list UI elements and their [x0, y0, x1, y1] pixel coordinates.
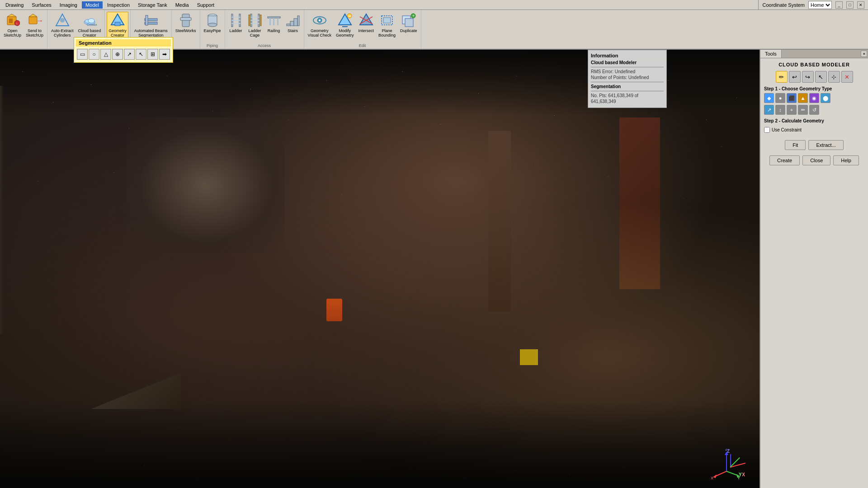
svg-rect-20	[180, 18, 191, 20]
svg-rect-55	[383, 18, 391, 23]
num-points-value: Undefined	[628, 75, 649, 80]
seg-pts-label: No. Pts:	[591, 93, 608, 98]
intersect-button[interactable]: Intersect	[356, 12, 376, 34]
fit-button[interactable]: Fit	[785, 140, 806, 150]
menu-bar: Drawing Surfaces Imaging Model Inspectio…	[0, 0, 868, 10]
3d-viewport[interactable]: Information Cloud based Modeler RMS Erro…	[0, 50, 760, 488]
svg-rect-43	[297, 16, 299, 26]
open-sketchup-button[interactable]: ↑ OpenSketchUp	[2, 12, 23, 39]
geom-box-btn[interactable]: ⬛	[787, 93, 797, 103]
menu-media[interactable]: Media	[172, 1, 193, 9]
send-to-sketchup-button[interactable]: → Send toSketchUp	[24, 12, 45, 39]
svg-rect-27	[231, 20, 241, 21]
svg-rect-57	[405, 19, 413, 27]
seg-tool-brush[interactable]: ⊕	[112, 49, 123, 60]
coord-btn-restore[interactable]: □	[846, 1, 854, 9]
geom-diamond-btn[interactable]: ◆	[764, 93, 774, 103]
seg-pts-total: 641,638,349	[591, 99, 616, 104]
close-button[interactable]: Close	[802, 155, 830, 165]
open-sketchup-label: OpenSketchUp	[4, 28, 21, 38]
geom-sphere-btn[interactable]: ●	[775, 93, 785, 103]
svg-rect-37	[269, 18, 271, 25]
x-axis-label: X	[742, 472, 745, 477]
seg-tool-grid[interactable]: ⊞	[147, 49, 158, 60]
geom-arrow-diag-btn[interactable]: ↗	[764, 105, 774, 115]
easypipe-button[interactable]: EasyPipe	[202, 12, 223, 34]
ribbon-buttons-piping: EasyPipe	[202, 12, 223, 42]
panel-tabs: Tools ✕	[760, 50, 868, 58]
info-divider-2	[591, 82, 664, 82]
seg-tool-next[interactable]: ➡	[159, 49, 170, 60]
ribbon-buttons-access: Ladder LadderCage	[227, 12, 302, 42]
ribbon-buttons-open: ↑ OpenSketchUp → Send toSketchUp	[2, 12, 45, 48]
auto-extract-button[interactable]: Auto-ExtractCylinders	[49, 12, 75, 39]
ribbon-group-steelworks: SteelWorks	[172, 10, 200, 49]
menu-inspection[interactable]: Inspection	[104, 1, 133, 9]
edit-group-label: Edit	[359, 42, 366, 48]
stairs-button[interactable]: Stairs	[284, 12, 302, 34]
svg-point-12	[88, 19, 94, 23]
automated-beams-button[interactable]: Automated BeamsSegmentation	[132, 12, 170, 39]
seg-tool-arrow-right[interactable]: ↗	[124, 49, 135, 60]
ribbon-buttons-edit: GeometryVisual Check ✏ ModifyGeometry	[306, 12, 419, 42]
railing-button[interactable]: Railing	[265, 12, 283, 34]
coord-btn-close[interactable]: ✕	[857, 1, 864, 9]
menu-imaging[interactable]: Imaging	[56, 1, 81, 9]
coord-btn-minimize[interactable]: _	[835, 1, 843, 9]
tool-pencil[interactable]: ✏	[776, 71, 788, 83]
svg-marker-1	[7, 14, 16, 17]
geom-torus-btn[interactable]: ◉	[809, 93, 819, 103]
duplicate-button[interactable]: + Duplicate	[398, 12, 419, 34]
geom-pen-btn[interactable]: ✏	[798, 105, 808, 115]
menu-surfaces[interactable]: Surfaces	[28, 1, 55, 9]
ladder-label: Ladder	[230, 28, 242, 33]
step1-label: Step 1 - Choose Geometry Type	[764, 86, 864, 91]
ladder-cage-button[interactable]: LadderCage	[246, 12, 264, 39]
help-button[interactable]: Help	[833, 155, 859, 165]
num-points-row: Number of Points: Undefined	[591, 75, 664, 80]
use-constraint-label: Use Constraint	[772, 127, 802, 132]
coord-system-label: Coordinate System	[762, 2, 805, 8]
geom-rotate-btn[interactable]: ↺	[809, 105, 819, 115]
use-constraint-checkbox[interactable]	[764, 127, 770, 133]
menu-support[interactable]: Support	[193, 1, 218, 9]
coord-system-select[interactable]: Home	[808, 1, 832, 9]
seg-tool-polygon[interactable]: △	[100, 49, 111, 60]
seg-tool-rect[interactable]: ▭	[77, 49, 88, 60]
steelworks-button[interactable]: SteelWorks	[174, 12, 198, 34]
panel-tab-tools[interactable]: Tools	[760, 50, 782, 58]
svg-text:Creator: Creator	[87, 23, 97, 26]
modify-geometry-button[interactable]: ✏ ModifyGeometry	[334, 12, 356, 39]
create-button[interactable]: Create	[769, 155, 800, 165]
tool-undo[interactable]: ↩	[789, 71, 801, 83]
menu-model[interactable]: Model	[82, 1, 103, 9]
cloud-based-button[interactable]: Creator Cloud basedCreator	[76, 12, 103, 39]
stairs-label: Stairs	[288, 28, 298, 33]
create-close-help-row: Create Close Help	[764, 154, 864, 169]
geom-triangle-btn[interactable]: ▲	[798, 93, 808, 103]
rms-error-label: RMS Error:	[591, 69, 615, 74]
cloud-based-label: Cloud basedCreator	[78, 28, 101, 38]
seg-tool-arrow-left[interactable]: ↖	[136, 49, 146, 60]
menu-storage-tank[interactable]: Storage Tank	[134, 1, 171, 9]
tool-select[interactable]: ⊹	[828, 71, 840, 83]
tool-cursor[interactable]: ↖	[815, 71, 827, 83]
duplicate-icon: +	[401, 13, 416, 28]
geom-plus-btn[interactable]: +	[787, 105, 797, 115]
geom-arrow-ud-btn[interactable]: ↕	[775, 105, 785, 115]
geom-cylinder-btn[interactable]: ⬤	[821, 93, 830, 103]
ladder-button[interactable]: Ladder	[227, 12, 245, 34]
plane-bounding-button[interactable]: PlaneBounding	[377, 12, 397, 39]
tools-panel-close[interactable]: ✕	[861, 51, 867, 57]
extract-button[interactable]: Extract...	[808, 140, 843, 150]
menu-drawing[interactable]: Drawing	[2, 1, 27, 9]
tool-redo[interactable]: ↪	[802, 71, 814, 83]
svg-rect-39	[277, 18, 278, 25]
automated-beams-label: Automated BeamsSegmentation	[134, 28, 168, 38]
geometry-visual-icon	[312, 13, 327, 28]
geometry-visual-check-button[interactable]: GeometryVisual Check	[306, 12, 333, 39]
svg-text:→: →	[36, 17, 42, 24]
geometry-creator-button[interactable]: GeometryCreator	[107, 12, 128, 39]
seg-tool-ellipse[interactable]: ○	[89, 49, 99, 60]
tool-delete[interactable]: ✕	[841, 71, 853, 83]
